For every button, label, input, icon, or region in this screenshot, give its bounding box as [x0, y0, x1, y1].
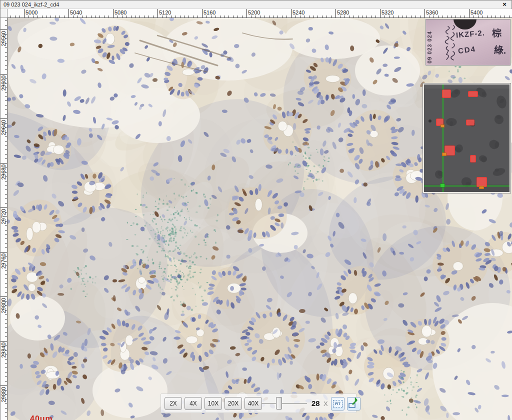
ruler-minor-tick [5, 226, 7, 226]
tissue-image[interactable] [8, 18, 512, 420]
ruler-minor-tick [228, 16, 229, 18]
navigator-crosshair-vertical [442, 84, 444, 192]
ruler-minor-tick [153, 16, 154, 18]
ruler-minor-tick [5, 359, 7, 360]
ruler-minor-tick [46, 16, 47, 18]
ruler-minor-tick [358, 16, 358, 18]
zoom-preset-button-4x[interactable]: 4X [184, 397, 202, 410]
slide-navigator-thumbnail[interactable] [423, 84, 510, 193]
ruler-label: 29760 [0, 254, 7, 269]
ruler-label: 5280 [337, 10, 349, 16]
ruler-minor-tick [354, 16, 354, 18]
ruler-label: 5400 [470, 10, 482, 16]
ruler-minor-tick [264, 16, 265, 18]
ruler-minor-tick [118, 16, 118, 18]
ruler-minor-tick [176, 16, 176, 18]
navigator-annotation-marker[interactable] [442, 90, 451, 98]
navigator-annotation-marker[interactable] [440, 184, 445, 188]
close-icon[interactable]: × [500, 0, 508, 8]
ruler-major-tick [24, 9, 24, 18]
slide-viewport[interactable]: IKZF-2. 棕 CD4 綠. 09 023 024 40um 2X4X10X… [8, 18, 512, 420]
ruler-minor-tick [100, 16, 100, 18]
navigator-annotation-marker[interactable] [479, 186, 484, 189]
ruler-minor-tick [269, 16, 270, 18]
ruler-label: 29800 [0, 298, 7, 314]
ruler-label: 5080 [114, 10, 126, 16]
ruler-minor-tick [5, 248, 7, 248]
navigator-annotation-marker[interactable] [468, 91, 478, 97]
ruler-minor-tick [38, 16, 38, 18]
ruler-minor-tick [28, 16, 29, 18]
ruler-minor-tick [500, 16, 500, 18]
ruler-minor-tick [42, 16, 42, 18]
ruler-major-tick [0, 252, 8, 252]
navigator-annotation-marker[interactable] [466, 120, 474, 126]
full-resolution-button[interactable] [347, 397, 360, 410]
ruler-corner [0, 9, 8, 18]
magnification-suffix: X [324, 400, 328, 408]
ruler-minor-tick [184, 16, 184, 18]
ruler-label: 29720 [0, 209, 7, 224]
ruler-minor-tick [122, 16, 122, 18]
ruler-minor-tick [366, 16, 367, 18]
ruler-minor-tick [5, 270, 7, 270]
ruler-minor-tick [5, 336, 7, 337]
navigator-annotation-marker[interactable] [440, 124, 444, 128]
navigator-overview-image[interactable] [424, 84, 510, 192]
navigator-annotation-marker[interactable] [476, 177, 487, 187]
ruler-minor-tick [5, 319, 7, 320]
ruler-minor-tick [5, 186, 7, 186]
ruler-minor-tick [5, 404, 7, 404]
zoom-slider-track[interactable] [261, 403, 307, 404]
zoom-preset-button-2x[interactable]: 2X [164, 397, 182, 410]
ruler-minor-tick [5, 92, 7, 92]
ruler-minor-tick [504, 16, 505, 18]
ruler-minor-tick [5, 56, 7, 56]
ruler-minor-tick [318, 16, 318, 18]
fit-to-window-button[interactable]: FIT [331, 397, 344, 410]
ruler-minor-tick [50, 16, 51, 18]
ruler-minor-tick [314, 16, 314, 18]
zoom-preset-button-10x[interactable]: 10X [204, 397, 222, 410]
ruler-major-tick [291, 9, 292, 18]
ruler-minor-tick [394, 16, 394, 18]
ruler-minor-tick [451, 16, 452, 18]
ruler-minor-tick [5, 283, 7, 284]
ruler-minor-tick [5, 158, 7, 159]
ruler-major-tick [0, 30, 8, 30]
zoom-preset-button-20x[interactable]: 20X [224, 397, 242, 410]
current-magnification: 28 [312, 399, 320, 408]
ruler-label: 5360 [426, 10, 438, 16]
ruler-minor-tick [442, 16, 443, 18]
zoom-preset-button-40x[interactable]: 40X [244, 397, 262, 410]
ruler-minor-tick [211, 16, 212, 18]
ruler-minor-tick [15, 16, 16, 18]
ruler-minor-tick [273, 16, 274, 18]
navigator-annotation-marker[interactable] [470, 155, 476, 162]
ruler-minor-tick [5, 278, 7, 279]
navigator-annotation-marker[interactable] [442, 152, 446, 156]
ruler-major-tick [0, 341, 8, 342]
ruler-minor-tick [216, 16, 216, 18]
scale-bar: 40um [19, 414, 74, 420]
horizontal-ruler: 5000504050805120516052005240528053205360… [8, 9, 512, 18]
ruler-minor-tick [73, 16, 74, 18]
ruler-minor-tick [166, 16, 167, 18]
ruler-minor-tick [326, 16, 327, 18]
zoom-slider-thumb[interactable] [276, 397, 282, 410]
full-resolution-icon [348, 398, 360, 409]
ruler-minor-tick [492, 16, 492, 18]
ruler-minor-tick [5, 381, 7, 382]
ruler-minor-tick [5, 243, 7, 244]
ruler-minor-tick [5, 65, 7, 66]
ruler-minor-tick [20, 16, 20, 18]
ruler-minor-tick [464, 16, 465, 18]
ruler-minor-tick [5, 20, 7, 21]
ruler-label: 29880 [0, 387, 7, 402]
ruler-minor-tick [126, 16, 127, 18]
ruler-minor-tick [140, 16, 140, 18]
ruler-label: 5120 [159, 10, 171, 16]
ruler-major-tick [424, 9, 425, 18]
label-antibody-text: IKZF-2. [456, 28, 485, 40]
ruler-minor-tick [55, 16, 56, 18]
